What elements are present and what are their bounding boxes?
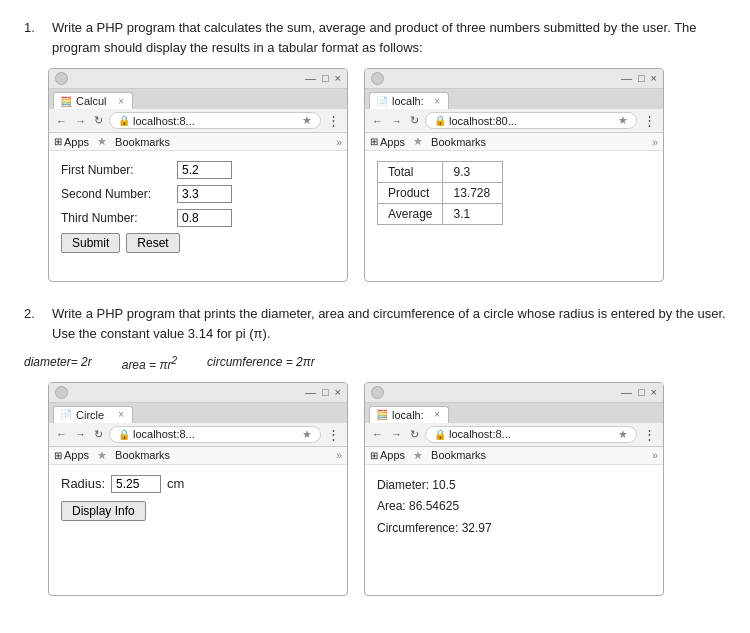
display-info-button[interactable]: Display Info: [61, 501, 146, 521]
forward-button-4[interactable]: →: [389, 427, 404, 441]
bookmarks-more-2[interactable]: »: [652, 136, 658, 148]
bookmarks-apps-label-2[interactable]: Apps: [380, 136, 405, 148]
address-text-circle-out: localhost:8...: [449, 428, 511, 440]
close-button[interactable]: ×: [335, 73, 341, 84]
tab-bar-calc-out: 📄 localh: ×: [365, 89, 663, 109]
maximize-button-3[interactable]: □: [322, 387, 329, 398]
minimize-button-2[interactable]: —: [621, 73, 632, 84]
address-bar-row-calc-out: ← → ↻ 🔒 localhost:80... ★ ⋮: [365, 109, 663, 133]
forward-button-3[interactable]: →: [73, 427, 88, 441]
result-label: Total: [378, 162, 443, 183]
maximize-button[interactable]: □: [322, 73, 329, 84]
reload-button[interactable]: ↻: [92, 113, 105, 128]
browser-window-circle-input: — □ × 📄 Circle × ← → ↻: [48, 382, 348, 596]
title-bar-calc-output: — □ ×: [365, 69, 663, 89]
back-button-2[interactable]: ←: [370, 114, 385, 128]
back-button[interactable]: ←: [54, 114, 69, 128]
tab-calc-out-close[interactable]: ×: [434, 96, 440, 107]
question-1-text: Write a PHP program that calculates the …: [52, 18, 726, 58]
minimize-button-3[interactable]: —: [305, 387, 316, 398]
more-button-circle[interactable]: ⋮: [325, 427, 342, 442]
address-bar-calc-out[interactable]: 🔒 localhost:80... ★: [425, 112, 637, 129]
bookmarks-more[interactable]: »: [336, 136, 342, 148]
title-bar-circle-input: — □ ×: [49, 383, 347, 403]
tab-calc-icon: 🧮: [60, 96, 72, 107]
lock-icon: 🔒: [118, 115, 130, 126]
forward-button[interactable]: →: [73, 114, 88, 128]
tab-bar-circle-out: 🧮 localh: ×: [365, 403, 663, 423]
submit-button[interactable]: Submit: [61, 233, 120, 253]
table-row: Total9.3: [378, 162, 503, 183]
close-button-3[interactable]: ×: [335, 387, 341, 398]
browser-window-circle-output: — □ × 🧮 localh: × ← → ↻: [364, 382, 664, 596]
tab-circle-close[interactable]: ×: [118, 409, 124, 420]
bookmarks-more-4[interactable]: »: [652, 449, 658, 461]
tab-circle-label: Circle: [76, 409, 104, 421]
tab-calc-label: Calcul: [76, 95, 107, 107]
address-bar-calc[interactable]: 🔒 localhost:8... ★: [109, 112, 321, 129]
window-status-dot: [55, 72, 68, 85]
radius-input[interactable]: [111, 475, 161, 493]
reload-button-3[interactable]: ↻: [92, 427, 105, 442]
address-text-circle: localhost:8...: [133, 428, 195, 440]
tab-circle-out-icon: 🧮: [376, 409, 388, 420]
star-icon-3[interactable]: ★: [302, 428, 312, 441]
tab-calc-close[interactable]: ×: [118, 96, 124, 107]
maximize-button-4[interactable]: □: [638, 387, 645, 398]
tab-circle-out-close[interactable]: ×: [434, 409, 440, 420]
bookmarks-apps-label-4[interactable]: Apps: [380, 449, 405, 461]
address-bar-circle-out[interactable]: 🔒 localhost:8... ★: [425, 426, 637, 443]
close-button-4[interactable]: ×: [651, 387, 657, 398]
minimize-button-4[interactable]: —: [621, 387, 632, 398]
tab-circle[interactable]: 📄 Circle ×: [53, 406, 133, 423]
first-number-label: First Number:: [61, 163, 171, 177]
title-bar-calc-input: — □ ×: [49, 69, 347, 89]
question-1-number: 1.: [24, 18, 46, 58]
minimize-button[interactable]: —: [305, 73, 316, 84]
more-button-calc[interactable]: ⋮: [325, 113, 342, 128]
bookmarks-item-label[interactable]: Bookmarks: [115, 136, 170, 148]
back-button-3[interactable]: ←: [54, 427, 69, 441]
bookmarks-more-3[interactable]: »: [336, 449, 342, 461]
tab-calc-out-icon: 📄: [376, 96, 388, 107]
browser-window-calc-output: — □ × 📄 localh: × ← → ↻: [364, 68, 664, 282]
tab-circle-out[interactable]: 🧮 localh: ×: [369, 406, 449, 423]
second-number-input[interactable]: [177, 185, 232, 203]
formula-row: diameter= 2r area = πr2 circumference = …: [24, 355, 726, 372]
maximize-button-2[interactable]: □: [638, 73, 645, 84]
star-icon-4[interactable]: ★: [618, 428, 628, 441]
bookmarks-item-label-3[interactable]: Bookmarks: [115, 449, 170, 461]
tab-calc-out[interactable]: 📄 localh: ×: [369, 92, 449, 109]
first-number-input[interactable]: [177, 161, 232, 179]
star-icon-2[interactable]: ★: [618, 114, 628, 127]
forward-button-2[interactable]: →: [389, 114, 404, 128]
title-bar-circle-output: — □ ×: [365, 383, 663, 403]
apps-grid-icon: ⊞: [54, 136, 62, 147]
tab-calc[interactable]: 🧮 Calcul ×: [53, 92, 133, 109]
address-bar-circle[interactable]: 🔒 localhost:8... ★: [109, 426, 321, 443]
apps-grid-icon-4: ⊞: [370, 450, 378, 461]
bookmarks-item-label-4[interactable]: Bookmarks: [431, 449, 486, 461]
bookmarks-bar-calc-out: ⊞ Apps ★ Bookmarks »: [365, 133, 663, 151]
address-text-calc-out: localhost:80...: [449, 115, 517, 127]
browser-window-calc-input: — □ × 🧮 Calcul × ← → ↻: [48, 68, 348, 282]
bookmarks-apps-label[interactable]: Apps: [64, 136, 89, 148]
bookmarks-bar-calc: ⊞ Apps ★ Bookmarks »: [49, 133, 347, 151]
close-button-2[interactable]: ×: [651, 73, 657, 84]
list-item: Diameter: 10.5: [377, 475, 651, 497]
reload-button-4[interactable]: ↻: [408, 427, 421, 442]
reload-button-2[interactable]: ↻: [408, 113, 421, 128]
reset-button[interactable]: Reset: [126, 233, 179, 253]
star-icon[interactable]: ★: [302, 114, 312, 127]
third-number-input[interactable]: [177, 209, 232, 227]
more-button-circle-out[interactable]: ⋮: [641, 427, 658, 442]
list-item: Area: 86.54625: [377, 496, 651, 518]
question-2: 2. Write a PHP program that prints the d…: [24, 304, 726, 595]
bookmarks-star-icon: ★: [97, 135, 107, 148]
back-button-4[interactable]: ←: [370, 427, 385, 441]
apps-grid-icon-3: ⊞: [54, 450, 62, 461]
more-button-calc-out[interactable]: ⋮: [641, 113, 658, 128]
bookmarks-item-label-2[interactable]: Bookmarks: [431, 136, 486, 148]
first-number-row: First Number:: [61, 161, 335, 179]
bookmarks-apps-label-3[interactable]: Apps: [64, 449, 89, 461]
